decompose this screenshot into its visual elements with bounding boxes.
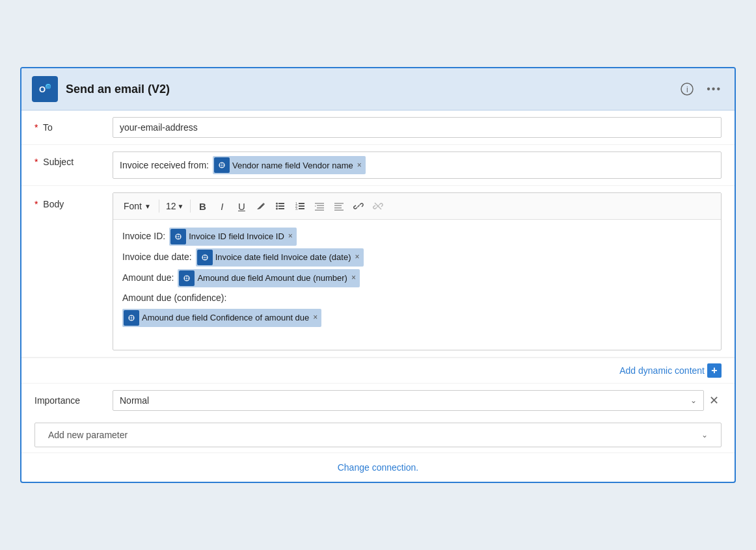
svg-point-43: [204, 257, 206, 258]
ordered-list-button[interactable]: 1. 2. 3.: [291, 197, 309, 215]
link-button[interactable]: [349, 197, 368, 215]
font-selector[interactable]: Font ▼: [118, 198, 156, 214]
invoice-date-chip-close[interactable]: ×: [355, 250, 360, 265]
unordered-list-button[interactable]: [271, 197, 290, 215]
importance-row: Importance Normal ⌄ ✕: [21, 383, 735, 417]
header-title: Send an email (V2): [66, 83, 670, 96]
subject-label: * Subject: [34, 151, 113, 167]
to-row: * To: [21, 111, 735, 145]
card-header: O @ Send an email (V2) i •••: [21, 68, 735, 111]
body-label: * Body: [34, 192, 113, 209]
svg-rect-30: [334, 205, 342, 207]
body-line-4-chip-row: Amound due field Confidence of amount du…: [122, 309, 712, 327]
indent-decrease-button[interactable]: [310, 197, 329, 215]
svg-rect-17: [278, 205, 284, 207]
svg-point-57: [131, 317, 132, 319]
importance-clear-button[interactable]: ✕: [707, 391, 722, 410]
svg-text:O: O: [39, 85, 46, 94]
change-connection-row: Change connection.: [21, 452, 735, 482]
importance-select[interactable]: Normal ⌄: [113, 390, 704, 411]
amount-due-chip-icon: [179, 270, 195, 286]
font-label: Font: [124, 201, 142, 211]
unlink-button[interactable]: [369, 197, 387, 215]
highlight-button[interactable]: [252, 197, 270, 215]
body-required-marker: *: [34, 199, 38, 209]
body-line-4-prefix: Amount due (confidence):: [122, 290, 226, 306]
add-dynamic-button[interactable]: Add dynamic content +: [619, 363, 722, 378]
body-line-2: Invoice due date:: [122, 248, 712, 267]
importance-chevron-icon: ⌄: [690, 396, 697, 405]
svg-rect-24: [299, 208, 304, 209]
font-size-label: 12: [166, 201, 176, 211]
outlook-icon: O @: [32, 76, 58, 102]
svg-rect-29: [334, 203, 344, 204]
svg-point-14: [276, 205, 278, 207]
font-chevron-icon: ▼: [144, 203, 151, 210]
invoice-id-chip[interactable]: Invoice ID field Invoice ID ×: [169, 228, 297, 246]
amount-due-chip-close[interactable]: ×: [351, 271, 356, 285]
editor-toolbar: Font ▼ 12 ▼ B I U: [113, 193, 721, 220]
add-dynamic-plus-icon: +: [707, 363, 722, 378]
importance-value: Normal: [120, 395, 149, 406]
body-line-1: Invoice ID:: [122, 228, 712, 246]
toolbar-separator-2: [190, 200, 191, 213]
svg-rect-23: [299, 205, 304, 207]
confidence-chip-close[interactable]: ×: [313, 311, 317, 325]
svg-rect-31: [334, 207, 342, 209]
subject-row: * Subject Invoice received from:: [21, 145, 735, 186]
body-line-1-prefix: Invoice ID:: [122, 228, 165, 244]
to-input[interactable]: [113, 117, 722, 138]
invoice-id-chip-close[interactable]: ×: [288, 229, 293, 244]
amount-due-chip[interactable]: Amound due field Amount due (number) ×: [178, 269, 360, 287]
subject-chip-icon: [214, 157, 230, 173]
svg-rect-16: [278, 203, 284, 204]
bold-button[interactable]: B: [193, 197, 211, 215]
info-button[interactable]: i: [678, 80, 696, 98]
invoice-date-chip[interactable]: Invoice date field Invoice date (date) ×: [196, 248, 364, 267]
more-options-button[interactable]: •••: [704, 81, 724, 98]
svg-rect-27: [317, 207, 324, 209]
indent-increase-button[interactable]: [330, 197, 348, 215]
to-required-marker: *: [34, 122, 38, 133]
svg-point-15: [276, 208, 278, 210]
editor-content[interactable]: Invoice ID:: [113, 220, 721, 350]
body-line-2-prefix: Invoice due date:: [122, 249, 192, 265]
subject-required-marker: *: [34, 157, 38, 167]
svg-point-13: [276, 203, 278, 205]
dynamic-content-row: Add dynamic content +: [21, 358, 735, 383]
svg-rect-22: [299, 203, 304, 204]
svg-rect-18: [278, 208, 284, 209]
confidence-chip-icon: [124, 310, 139, 326]
body-editor[interactable]: Font ▼ 12 ▼ B I U: [113, 192, 722, 350]
add-param-row[interactable]: Add new parameter ⌄: [34, 423, 722, 447]
send-email-card: O @ Send an email (V2) i ••• * To: [20, 67, 736, 483]
subject-chip-label: Vendor name field Vendor name: [232, 161, 353, 170]
subject-field[interactable]: Invoice received from: Vendo: [113, 151, 722, 179]
size-chevron-icon: ▼: [178, 203, 184, 210]
card-body: * To * Subject Invoice received from:: [21, 111, 735, 482]
font-size-selector[interactable]: 12 ▼: [162, 198, 187, 214]
subject-chip[interactable]: Vendor name field Vendor name ×: [213, 156, 366, 174]
svg-rect-26: [317, 205, 324, 207]
italic-button[interactable]: I: [213, 197, 231, 215]
confidence-chip[interactable]: Amound due field Confidence of amount du…: [122, 309, 321, 327]
change-connection-button[interactable]: Change connection.: [338, 462, 419, 473]
body-line-4: Amount due (confidence):: [122, 290, 712, 306]
to-label: * To: [34, 117, 113, 133]
subject-chip-close[interactable]: ×: [357, 161, 362, 170]
header-actions: i •••: [678, 80, 724, 98]
svg-point-8: [221, 164, 223, 166]
svg-text:3.: 3.: [295, 207, 298, 211]
svg-point-50: [186, 278, 187, 279]
underline-button[interactable]: U: [232, 197, 250, 215]
invoice-date-chip-icon: [197, 250, 213, 265]
importance-select-wrap: Normal ⌄ ✕: [113, 390, 722, 411]
svg-text:@: @: [46, 85, 51, 89]
svg-text:i: i: [686, 85, 688, 94]
amount-due-chip-label: Amound due field Amount due (number): [197, 270, 347, 285]
body-line-3-prefix: Amount due:: [122, 270, 174, 286]
invoice-date-chip-label: Invoice date field Invoice date (date): [215, 250, 351, 265]
subject-prefix: Invoice received from:: [120, 160, 209, 170]
importance-label: Importance: [34, 395, 113, 406]
body-line-3: Amount due:: [122, 269, 712, 287]
